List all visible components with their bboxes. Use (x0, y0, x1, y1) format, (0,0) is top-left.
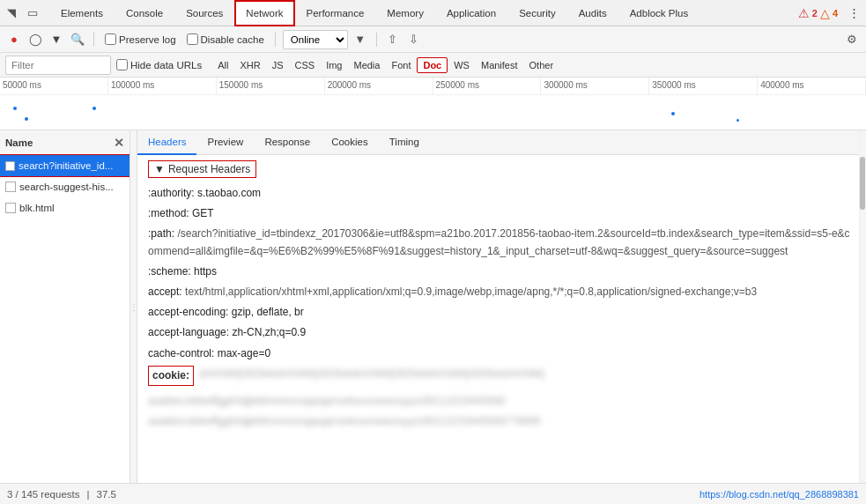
more-options-icon[interactable]: ⋮ (845, 4, 862, 22)
transfer-size: 37.5 (96, 489, 115, 500)
close-detail-button[interactable]: ✕ (114, 136, 124, 150)
error-count: 2 (812, 8, 818, 19)
filter-doc[interactable]: Doc (417, 57, 448, 73)
accept-key: accept: (148, 285, 182, 298)
header-scheme: :scheme: https (148, 263, 855, 280)
accept-language-key: accept-language: zh-CN,zh;q=0.9 (148, 326, 306, 338)
filter-types: All XHR JS CSS Img Media Font Doc WS Man… (212, 57, 559, 73)
disable-cache-text: Disable cache (201, 34, 264, 45)
method-key: :method: GET (148, 207, 214, 219)
tab-application[interactable]: Application (435, 0, 507, 26)
authority-key: :authority: s.taobao.com (148, 187, 261, 199)
device-icon[interactable]: ▭ (25, 5, 41, 21)
timeline-area[interactable]: 50000 ms 100000 ms 150000 ms 200000 ms 2… (0, 78, 866, 130)
tab-console[interactable]: Console (115, 0, 174, 26)
cookie-extra: aaabbccddeeffgghhiijjkkllmmnnooppqqrrsst… (148, 393, 855, 410)
throttle-dropdown-icon[interactable]: ▼ (352, 31, 369, 48)
preserve-log-checkbox[interactable] (105, 33, 116, 45)
tick-2: 100000 ms (108, 78, 217, 94)
separator-1 (93, 33, 94, 47)
stop-button[interactable]: ◯ (26, 31, 44, 48)
cookie-extra-value-2: aaabbccddeeffgghhiijjkkllmmnnooppqqrrsst… (148, 413, 540, 430)
dot-2 (93, 107, 96, 110)
dot-3 (25, 117, 28, 121)
tab-network[interactable]: Network (234, 0, 294, 26)
resize-handle[interactable]: ⋮ (130, 130, 137, 483)
hide-data-urls-label[interactable]: Hide data URLs (116, 59, 202, 70)
filter-img[interactable]: Img (321, 58, 347, 72)
hide-data-urls-checkbox[interactable] (116, 59, 128, 70)
dot-5 (736, 119, 739, 122)
filter-font[interactable]: Font (386, 58, 416, 72)
tab-security[interactable]: Security (507, 0, 567, 26)
accept-val: text/html,application/xhtml+xml,applicat… (185, 285, 757, 298)
tab-audits[interactable]: Audits (567, 0, 618, 26)
filter-css[interactable]: CSS (290, 58, 321, 72)
detail-tabs: Headers Preview Response Cookies Timing (137, 130, 866, 155)
throttle-select[interactable]: Online Offline Slow 3G Fast 3G (283, 30, 348, 49)
filter-icon[interactable]: ▼ (48, 31, 65, 48)
header-accept-language: accept-language: zh-CN,zh;q=0.9 (148, 324, 855, 341)
detail-tab-response[interactable]: Response (254, 130, 321, 155)
page-url[interactable]: https://blog.csdn.net/qq_2868898381 (699, 489, 859, 500)
main-area: Name ✕ search?initiative_id... search-su… (0, 130, 866, 483)
header-method: :method: GET (148, 205, 855, 222)
filter-media[interactable]: Media (348, 58, 385, 72)
import-icon[interactable]: ⇧ (384, 31, 402, 48)
separator: | (86, 489, 89, 500)
cache-control-key: cache-control: max-age=0 (148, 347, 270, 359)
file-list-header: Name ✕ (0, 130, 130, 155)
detail-tab-preview[interactable]: Preview (196, 130, 254, 155)
detail-tab-timing[interactable]: Timing (379, 130, 430, 155)
record-button[interactable]: ● (5, 31, 23, 48)
tab-adblock[interactable]: Adblock Plus (618, 0, 699, 26)
tab-sources[interactable]: Sources (174, 0, 234, 26)
tick-6: 300000 ms (541, 78, 649, 94)
tick-1: 50000 ms (0, 78, 108, 94)
header-cookie: cookie: dnH34kfj2929xkdnH34kfj2929xkdnH3… (148, 366, 855, 386)
tick-7: 350000 ms (649, 78, 758, 94)
request-count: 3 / 145 requests (7, 489, 79, 500)
search-button[interactable]: 🔍 (69, 31, 86, 48)
tick-4: 200000 ms (325, 78, 433, 94)
file-item-2[interactable]: blk.html (0, 197, 130, 219)
request-headers-section[interactable]: ▼ Request Headers (148, 160, 256, 178)
dot-1 (13, 107, 17, 110)
tab-performance[interactable]: Performance (295, 0, 376, 26)
filter-xhr[interactable]: XHR (234, 58, 265, 72)
filter-input[interactable] (5, 56, 111, 75)
scrollbar-track[interactable] (859, 130, 866, 483)
detail-tab-headers[interactable]: Headers (137, 130, 196, 155)
tick-3: 150000 ms (217, 78, 325, 94)
preserve-log-label[interactable]: Preserve log (105, 33, 176, 45)
file-name-1: search-suggest-his... (19, 182, 114, 192)
timeline-ruler: 50000 ms 100000 ms 150000 ms 200000 ms 2… (0, 78, 866, 95)
file-list: Name ✕ search?initiative_id... search-su… (0, 130, 130, 483)
filter-bar: Hide data URLs All XHR JS CSS Img Media … (0, 53, 866, 78)
status-bar: 3 / 145 requests | 37.5 https://blog.csd… (0, 483, 866, 504)
disable-cache-checkbox[interactable] (187, 33, 198, 45)
filter-all[interactable]: All (212, 58, 233, 72)
scrollbar-thumb[interactable] (860, 157, 865, 210)
inspect-icon[interactable]: ◥ (4, 5, 19, 21)
file-checkbox-0 (5, 161, 15, 171)
separator-3 (376, 33, 377, 47)
export-icon[interactable]: ⇩ (405, 31, 423, 48)
hide-data-urls-text: Hide data URLs (130, 60, 202, 70)
cookie-value: dnH34kfj2929xkdnH34kfj2929xkdnH34kfj2929… (199, 366, 544, 382)
tab-memory[interactable]: Memory (375, 0, 435, 26)
disable-cache-label[interactable]: Disable cache (187, 33, 264, 45)
settings-icon[interactable]: ⚙ (843, 31, 861, 48)
tick-8: 400000 ms (758, 78, 866, 94)
filter-ws[interactable]: WS (448, 58, 475, 72)
tick-5: 250000 ms (433, 78, 542, 94)
detail-tab-cookies[interactable]: Cookies (321, 130, 379, 155)
file-item-0[interactable]: search?initiative_id... (0, 155, 130, 176)
header-accept-encoding: accept-encoding: gzip, deflate, br (148, 304, 855, 321)
filter-manifest[interactable]: Manifest (476, 58, 523, 72)
tab-elements[interactable]: Elements (49, 0, 115, 26)
filter-js[interactable]: JS (267, 58, 289, 72)
filter-other[interactable]: Other (524, 58, 559, 72)
file-item-1[interactable]: search-suggest-his... (0, 176, 130, 197)
header-cache-control: cache-control: max-age=0 (148, 345, 855, 362)
